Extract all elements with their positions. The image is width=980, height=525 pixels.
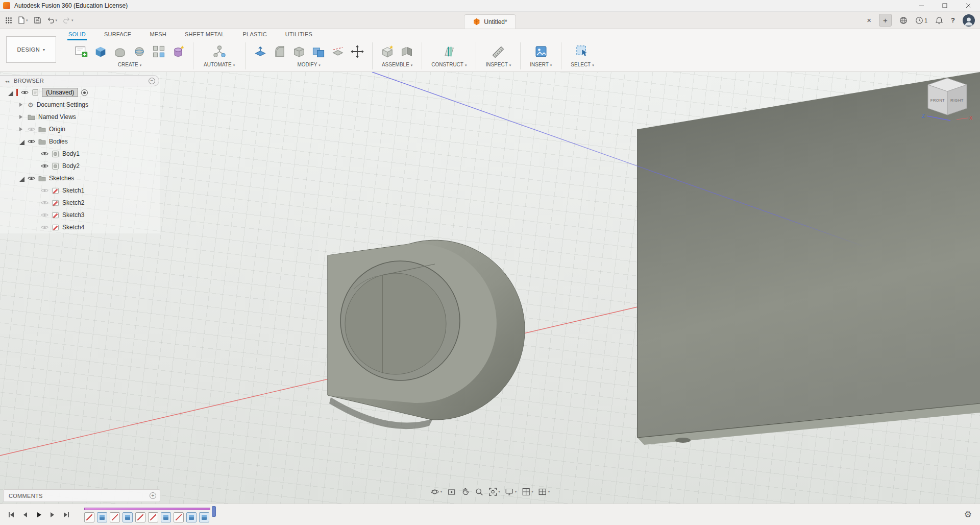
document-tab[interactable]: Untitled* [464, 14, 516, 29]
browser-item-named-views[interactable]: Named Views [0, 111, 160, 123]
timeline-position-marker[interactable] [212, 506, 216, 517]
minimize-button[interactable] [910, 0, 933, 11]
body-panel[interactable] [638, 72, 980, 445]
timeline-feature-sketch[interactable] [148, 512, 158, 522]
group-label-create[interactable]: CREATE [118, 62, 141, 67]
create-box-button[interactable] [92, 42, 109, 61]
group-label-modify[interactable]: MODIFY [297, 62, 320, 67]
visibility-eye-icon[interactable] [41, 224, 48, 230]
play-icon[interactable] [34, 510, 43, 519]
visibility-eye-icon[interactable] [41, 212, 48, 218]
expand-toggle-icon[interactable] [19, 177, 24, 182]
browser-root-item[interactable]: (Unsaved) [0, 86, 160, 99]
create-extrude-button[interactable] [111, 42, 129, 61]
close-tab-icon[interactable]: × [867, 16, 871, 24]
extension-globe-icon[interactable] [899, 16, 908, 25]
browser-item-body1[interactable]: Body1 [0, 148, 160, 160]
group-label-construct[interactable]: CONSTRUCT [431, 62, 467, 67]
undo-icon[interactable]: ▾ [47, 16, 58, 24]
job-status-gear-icon[interactable] [964, 509, 972, 520]
visibility-eye-icon[interactable] [21, 89, 29, 96]
browser-item-sketch3[interactable]: Sketch3 [0, 209, 160, 221]
viewport-3d[interactable]: FRONT RIGHT Z X BROWSER (Unsaved) Docume… [0, 72, 980, 504]
browser-item-sketches[interactable]: Sketches [0, 172, 160, 184]
visibility-eye-icon[interactable] [28, 138, 35, 145]
move-copy-button[interactable] [349, 42, 366, 61]
split-body-button[interactable] [329, 42, 347, 61]
create-sketch-button[interactable] [72, 42, 90, 61]
group-label-inspect[interactable]: INSPECT [485, 62, 511, 67]
orbit-icon[interactable]: ▾ [430, 487, 443, 496]
user-avatar[interactable] [963, 14, 975, 27]
pan-icon[interactable] [460, 487, 470, 496]
press-pull-button[interactable] [252, 42, 269, 61]
select-button[interactable] [574, 42, 591, 61]
save-icon[interactable] [34, 16, 41, 24]
collapse-all-icon[interactable] [149, 78, 155, 84]
notifications-bell-icon[interactable] [935, 16, 943, 25]
body-cylinder[interactable] [328, 240, 525, 429]
timeline-feature-extrude[interactable] [161, 512, 171, 522]
browser-item-document-settings[interactable]: Document Settings [0, 99, 160, 111]
timeline-feature-sketch[interactable] [110, 512, 120, 522]
insert-button[interactable] [532, 42, 550, 61]
zoom-icon[interactable] [474, 487, 483, 496]
expand-toggle-icon[interactable] [19, 140, 24, 145]
tab-plastic[interactable]: PLASTIC [242, 30, 268, 40]
activate-component-radio[interactable] [81, 89, 88, 96]
expand-comments-icon[interactable] [150, 492, 156, 499]
browser-item-sketch1[interactable]: Sketch1 [0, 184, 160, 197]
automate-button[interactable] [211, 42, 228, 61]
visibility-eye-icon[interactable] [41, 163, 48, 169]
fit-icon[interactable]: ▾ [488, 487, 500, 496]
file-menu-icon[interactable]: ▾ [18, 16, 28, 24]
timeline-feature-extrude[interactable] [186, 512, 197, 522]
group-label-select[interactable]: SELECT [571, 62, 594, 67]
comments-panel[interactable]: COMMENTS [3, 489, 160, 502]
grid-settings-icon[interactable]: ▾ [521, 487, 533, 496]
create-form-button[interactable] [169, 42, 187, 61]
visibility-eye-icon[interactable] [28, 126, 35, 132]
timeline-feature-extrude[interactable] [97, 512, 107, 522]
visibility-eye-icon[interactable] [41, 200, 48, 206]
timeline-feature-extrude[interactable] [122, 512, 133, 522]
new-tab-button[interactable]: + [879, 14, 892, 27]
timeline-feature-sketch[interactable] [135, 512, 145, 522]
visibility-eye-icon[interactable] [41, 187, 48, 194]
tab-mesh[interactable]: MESH [149, 30, 167, 40]
browser-item-origin[interactable]: Origin [0, 123, 160, 135]
step-back-icon[interactable] [20, 510, 30, 519]
go-to-end-icon[interactable] [62, 510, 71, 519]
document-name[interactable]: (Unsaved) [42, 88, 78, 97]
group-label-automate[interactable]: AUTOMATE [204, 62, 235, 67]
close-window-button[interactable] [957, 0, 980, 11]
tab-solid[interactable]: SOLID [67, 30, 87, 40]
combine-button[interactable] [310, 42, 327, 61]
job-status-clock-icon[interactable]: 1 [915, 16, 927, 25]
visibility-eye-icon[interactable] [41, 151, 48, 157]
joint-button[interactable] [398, 42, 415, 61]
browser-item-body2[interactable]: Body2 [0, 160, 160, 172]
timeline-feature-sketch[interactable] [84, 512, 94, 522]
fillet-button[interactable] [271, 42, 288, 61]
tab-sheet-metal[interactable]: SHEET METAL [184, 30, 226, 40]
display-settings-icon[interactable]: ▾ [505, 487, 517, 496]
expand-toggle-icon[interactable] [19, 127, 24, 131]
viewports-icon[interactable]: ▾ [538, 487, 550, 496]
tab-utilities[interactable]: UTILITIES [284, 30, 313, 40]
browser-header[interactable]: BROWSER [0, 75, 159, 86]
expand-toggle-icon[interactable] [19, 103, 24, 107]
redo-icon[interactable]: ▾ [63, 16, 74, 24]
construction-plane-button[interactable] [440, 42, 458, 61]
timeline-range-bar[interactable] [84, 508, 210, 510]
app-grid-menu-icon[interactable] [5, 17, 12, 24]
new-component-button[interactable] [379, 42, 396, 61]
collapse-panel-icon[interactable] [5, 77, 9, 84]
go-to-start-icon[interactable] [7, 510, 16, 519]
group-label-insert[interactable]: INSERT [530, 62, 552, 67]
expand-toggle-icon[interactable] [8, 91, 13, 96]
shell-button[interactable] [290, 42, 308, 61]
timeline-feature-sketch[interactable] [174, 512, 184, 522]
create-revolve-button[interactable] [131, 42, 148, 61]
maximize-button[interactable] [933, 0, 957, 11]
